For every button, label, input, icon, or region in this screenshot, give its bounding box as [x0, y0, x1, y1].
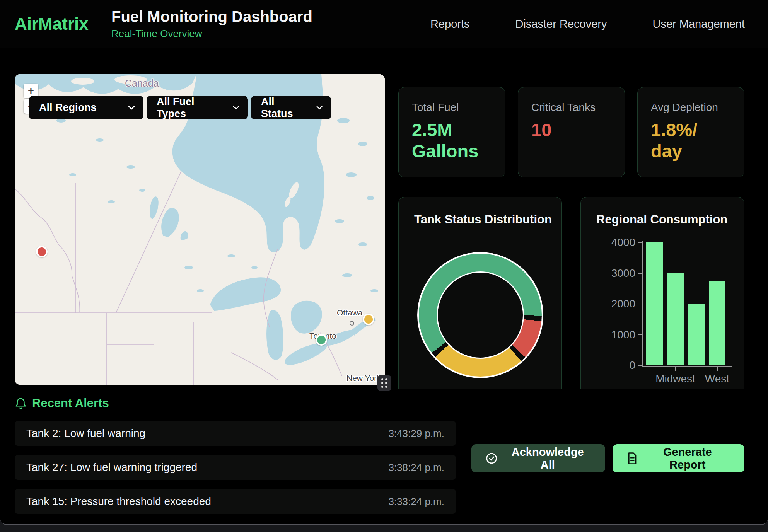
- nav-user-management[interactable]: User Management: [652, 18, 745, 31]
- chevron-down-icon: [316, 106, 323, 110]
- bar-y-tick-label: 1000: [611, 329, 635, 341]
- alert-actions: Acknowledge All Generate Report: [471, 444, 744, 472]
- check-circle-icon: [485, 452, 498, 465]
- acknowledge-all-label: Acknowledge All: [504, 446, 591, 471]
- bar-y-tick-label: 4000: [611, 236, 635, 249]
- bar-yaxis: 01000200030004000: [581, 242, 642, 365]
- map-label-new-york: New York: [346, 373, 381, 382]
- stat-card-critical-tanks: Critical Tanks 10: [518, 87, 625, 177]
- chevron-down-icon: [128, 106, 135, 110]
- stat-label: Total Fuel: [412, 101, 492, 114]
- donut-chart-title: Tank Status Distribution: [414, 213, 552, 227]
- bar-y-tick-label: 2000: [611, 298, 635, 310]
- map-viewport[interactable]: Canada Ottawa Toronto New York + − All R…: [15, 74, 385, 385]
- title-block: Fuel Monitoring Dashboard Real-Time Over…: [111, 8, 312, 40]
- map-marker-critical[interactable]: [36, 246, 48, 257]
- alert-timestamp: 3:38:24 p.m.: [388, 462, 444, 474]
- brand-logo: AirMatrix: [15, 14, 111, 34]
- alerts-title: Recent Alerts: [32, 396, 109, 410]
- bar-y-tick-label: 0: [629, 359, 635, 372]
- nav-reports[interactable]: Reports: [430, 18, 470, 31]
- bar-y-tick-label: 3000: [611, 267, 635, 280]
- region-filter-value: All Regions: [39, 102, 97, 114]
- generate-report-label: Generate Report: [645, 446, 730, 471]
- map-label-ottawa: Ottawa: [337, 308, 363, 317]
- region-filter-dropdown[interactable]: All Regions: [29, 96, 143, 119]
- donut-chart: [417, 252, 543, 378]
- alert-timestamp: 3:33:24 p.m.: [388, 496, 444, 508]
- page-title: Fuel Monitoring Dashboard: [111, 8, 312, 26]
- alert-timestamp: 3:43:29 p.m.: [388, 428, 444, 440]
- header: AirMatrix Fuel Monitoring Dashboard Real…: [0, 0, 768, 48]
- stat-value: 1.8%/ day: [651, 119, 731, 162]
- page-subtitle: Real-Time Overview: [111, 28, 312, 40]
- bar-chart-y-axis-line: [642, 241, 643, 367]
- bar-chart-title: Regional Consumption: [596, 213, 727, 227]
- bar-1: [667, 273, 684, 366]
- stat-label: Avg Depletion: [651, 101, 731, 114]
- map-filters: All Regions All Fuel Types All Status: [29, 96, 331, 119]
- alert-row[interactable]: Tank 2: Low fuel warning 3:43:29 p.m.: [15, 421, 456, 446]
- fuel-type-filter-value: All Fuel Types: [157, 96, 221, 120]
- status-filter-value: All Status: [261, 96, 305, 120]
- stat-value: 2.5M Gallons: [412, 119, 492, 162]
- stat-label: Critical Tanks: [531, 101, 611, 114]
- tank-status-card: Tank Status Distribution: [398, 197, 562, 389]
- acknowledge-all-button[interactable]: Acknowledge All: [471, 444, 605, 472]
- status-filter-dropdown[interactable]: All Status: [251, 96, 331, 119]
- alert-list: Tank 2: Low fuel warning 3:43:29 p.m. Ta…: [15, 421, 456, 514]
- map-marker-warning[interactable]: [363, 314, 374, 325]
- chevron-down-icon: [233, 106, 239, 110]
- map-marker-normal[interactable]: [316, 334, 327, 346]
- app-window: AirMatrix Fuel Monitoring Dashboard Real…: [0, 0, 768, 525]
- map-label-canada: Canada: [125, 78, 159, 89]
- map-panel: Canada Ottawa Toronto New York + − All R…: [15, 74, 385, 385]
- stat-card-avg-depletion: Avg Depletion 1.8%/ day: [637, 87, 744, 177]
- generate-report-button[interactable]: Generate Report: [613, 444, 744, 472]
- stats-row: Total Fuel 2.5M Gallons Critical Tanks 1…: [398, 87, 744, 177]
- alerts-body: Tank 2: Low fuel warning 3:43:29 p.m. Ta…: [15, 421, 744, 514]
- bell-icon: [15, 397, 27, 410]
- donut-ring: [419, 254, 542, 377]
- map-canvas[interactable]: Canada Ottawa Toronto New York: [15, 74, 385, 385]
- bar-2: [688, 304, 705, 365]
- charts-row: Tank Status Distribution Regional Consum…: [398, 197, 744, 389]
- alerts-header: Recent Alerts: [15, 396, 744, 410]
- right-column: Total Fuel 2.5M Gallons Critical Tanks 1…: [398, 87, 744, 389]
- alert-text: Tank 15: Pressure threshold exceeded: [26, 495, 211, 508]
- bar-plot: [646, 242, 728, 365]
- nav-disaster-recovery[interactable]: Disaster Recovery: [515, 18, 607, 31]
- bar-3: [709, 281, 725, 365]
- stat-value: 10: [531, 119, 611, 140]
- recent-alerts-section: Recent Alerts Tank 2: Low fuel warning 3…: [0, 396, 768, 514]
- bar-x-label: West: [705, 373, 729, 385]
- alert-row[interactable]: Tank 27: Low fuel warning triggered 3:38…: [15, 455, 456, 480]
- bar-xlabels: MidwestWest: [646, 367, 725, 385]
- document-icon: [626, 452, 638, 465]
- stat-card-total-fuel: Total Fuel 2.5M Gallons: [398, 87, 505, 177]
- regional-consumption-card: Regional Consumption 01000200030004000 M…: [580, 197, 744, 389]
- alert-row[interactable]: Tank 15: Pressure threshold exceeded 3:3…: [15, 489, 456, 514]
- main-content: Canada Ottawa Toronto New York + − All R…: [0, 48, 768, 389]
- map-resize-handle[interactable]: [377, 375, 391, 391]
- main-nav: Reports Disaster Recovery User Managemen…: [430, 18, 745, 31]
- alert-text: Tank 27: Low fuel warning triggered: [26, 461, 197, 474]
- alert-text: Tank 2: Low fuel warning: [26, 427, 145, 440]
- fuel-type-filter-dropdown[interactable]: All Fuel Types: [147, 96, 248, 119]
- bar-chart-x-axis-line: [642, 366, 732, 367]
- bar-0: [646, 242, 663, 365]
- donut-hole: [437, 271, 524, 359]
